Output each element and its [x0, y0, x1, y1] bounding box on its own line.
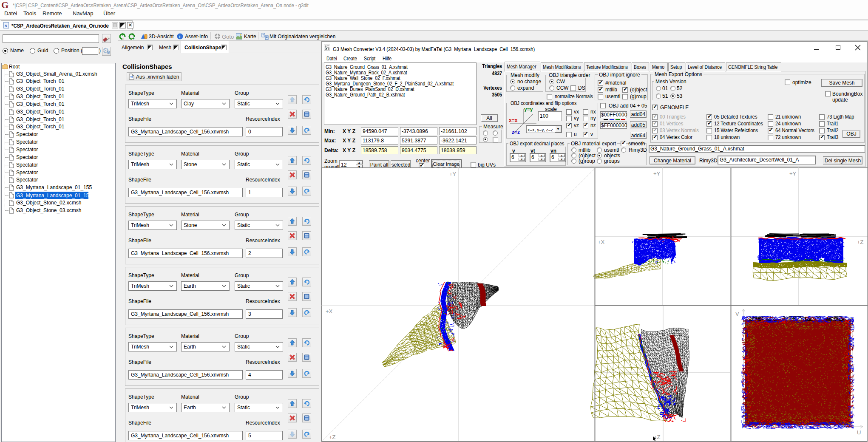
svg-text:V: V	[735, 311, 739, 317]
svg-text:+Y: +Y	[653, 170, 661, 177]
svg-text:-: -	[123, 36, 124, 40]
svg-text:i: i	[179, 34, 181, 39]
svg-text:+Z: +Z	[329, 434, 336, 440]
svg-text:+Y: +Y	[449, 171, 457, 177]
svg-text:+X: +X	[598, 239, 605, 245]
svg-text:+Z: +Z	[857, 239, 864, 245]
svg-text:+Y: +Y	[789, 170, 797, 177]
svg-text:+X: +X	[326, 308, 333, 314]
svg-text:U: U	[857, 429, 861, 436]
svg-text:+: +	[132, 36, 135, 40]
